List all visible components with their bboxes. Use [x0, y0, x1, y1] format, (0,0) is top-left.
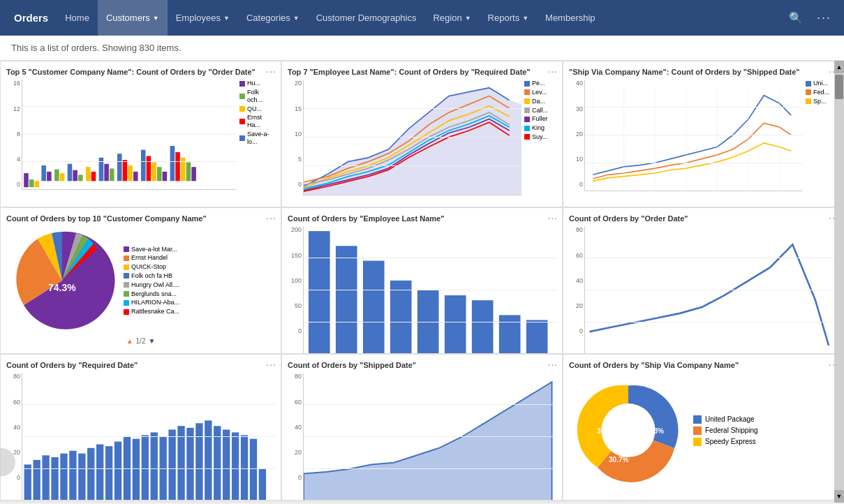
- nav-item-region[interactable]: Region ▼: [424, 0, 479, 36]
- svg-text:30%: 30%: [597, 427, 611, 435]
- svg-rect-56: [105, 446, 112, 501]
- svg-rect-48: [34, 460, 40, 501]
- svg-rect-64: [177, 427, 184, 501]
- svg-rect-51: [60, 454, 67, 501]
- chart5-menu[interactable]: ···: [547, 212, 558, 223]
- nav-item-membership[interactable]: Membership: [537, 0, 604, 36]
- svg-rect-65: [186, 428, 193, 501]
- chart1-menu[interactable]: ···: [266, 66, 276, 77]
- chart5-title: Count of Orders by "Employee Last Name": [288, 214, 556, 223]
- scroll-down-arrow[interactable]: ▼: [834, 490, 844, 503]
- chart4-pie-container: 74.3% Save-a-lot Mar... Ernst Handel QUI…: [6, 226, 275, 334]
- scrollbar[interactable]: ▲ ▼: [834, 61, 844, 503]
- chart5-area: [303, 226, 556, 354]
- chart2-title: Top 7 "Employee Last Name": Count of Ord…: [288, 67, 556, 77]
- nav-item-customers[interactable]: Customers ▼: [98, 0, 168, 36]
- svg-rect-24: [170, 146, 175, 181]
- svg-rect-21: [151, 163, 156, 181]
- svg-rect-43: [445, 295, 466, 354]
- svg-rect-19: [141, 150, 146, 181]
- chevron-down-icon: ▼: [223, 15, 230, 22]
- nav-item-home[interactable]: Home: [57, 0, 98, 36]
- chart4-page-indicator: ▲ 1/2 ▼: [6, 337, 275, 345]
- svg-rect-38: [309, 231, 330, 354]
- charts-grid: Top 5 "Customer Company Name": Count of …: [0, 61, 844, 503]
- chart-top10-customers-pie: Count of Orders by top 10 "Customer Comp…: [0, 207, 281, 354]
- svg-rect-13: [104, 164, 109, 181]
- svg-rect-44: [472, 300, 494, 354]
- scroll-up-arrow[interactable]: ▲: [834, 61, 844, 73]
- svg-rect-69: [223, 430, 230, 501]
- chart-orders-by-required: Count of Orders by "Required Date" ··· 0…: [0, 354, 281, 501]
- chart8-area: [303, 373, 556, 501]
- svg-rect-3: [41, 165, 46, 181]
- chart7-title: Count of Orders by "Required Date": [6, 360, 275, 370]
- scroll-thumb[interactable]: [835, 75, 843, 99]
- nav-item-employees[interactable]: Employees ▼: [168, 0, 238, 36]
- chart2-legend: Pe... Lev... Da... Call... Fuller King S…: [521, 80, 556, 188]
- chart4-menu[interactable]: ···: [266, 212, 276, 223]
- svg-text:30.7%: 30.7%: [609, 457, 629, 464]
- search-icon[interactable]: 🔍: [782, 11, 810, 24]
- svg-text:74.3%: 74.3%: [48, 282, 76, 293]
- chart6-area: [584, 226, 838, 354]
- chart-customer-orders-by-date: Top 5 "Customer Company Name": Count of …: [0, 61, 281, 207]
- svg-rect-20: [147, 156, 151, 181]
- chart1-title: Top 5 "Customer Company Name": Count of …: [6, 67, 275, 77]
- chart2-y-axis: 05101520: [288, 80, 303, 188]
- svg-rect-15: [117, 154, 122, 181]
- chart2-area: [303, 80, 521, 195]
- svg-rect-9: [78, 175, 83, 181]
- svg-rect-22: [157, 167, 162, 181]
- more-options-icon[interactable]: ···: [810, 10, 838, 25]
- chart8-y-axis: 020406080: [288, 373, 303, 481]
- chart2-menu[interactable]: ···: [547, 66, 558, 77]
- svg-rect-72: [250, 439, 257, 501]
- chart4-title: Count of Orders by top 10 "Customer Comp…: [6, 214, 275, 223]
- svg-rect-59: [133, 439, 140, 501]
- subheader: This is a list of orders. Showing 830 it…: [0, 36, 844, 61]
- chevron-down-icon: ▼: [465, 15, 471, 22]
- svg-rect-41: [390, 281, 412, 354]
- navbar: Orders Home Customers ▼ Employees ▼ Cate…: [0, 0, 844, 36]
- svg-rect-8: [73, 170, 77, 181]
- svg-rect-28: [191, 167, 196, 181]
- chart-orders-by-shipped: Count of Orders by "Shipped Date" ··· 02…: [281, 354, 563, 501]
- chevron-down-icon: ▼: [153, 15, 159, 22]
- chart6-y-axis: 020406080: [569, 226, 584, 334]
- nav-item-reports[interactable]: Reports ▼: [480, 0, 537, 36]
- svg-rect-0: [24, 173, 29, 187]
- chart7-area: [22, 373, 275, 501]
- svg-rect-25: [175, 152, 180, 181]
- chart-orders-by-employee: Count of Orders by "Employee Last Name" …: [281, 207, 563, 354]
- nav-brand[interactable]: Orders: [6, 12, 57, 24]
- chart5-y-axis: 050100150200: [288, 226, 303, 334]
- chart7-menu[interactable]: ···: [266, 359, 276, 370]
- chart3-area: [584, 80, 803, 191]
- chart1-y-axis: 0481216: [6, 80, 22, 188]
- svg-rect-6: [60, 173, 65, 181]
- svg-rect-50: [51, 457, 58, 501]
- svg-rect-17: [128, 165, 133, 181]
- svg-rect-23: [163, 172, 168, 181]
- svg-rect-57: [114, 442, 121, 501]
- chart-orders-by-shipvia-donut: Count of Orders by "Ship Via Company Nam…: [563, 354, 844, 501]
- chart9-legend: United Package Federal Shipping Speedy E…: [688, 415, 758, 446]
- svg-rect-11: [91, 172, 96, 181]
- svg-rect-4: [47, 172, 52, 181]
- chevron-down-icon: ▼: [522, 15, 528, 22]
- svg-rect-49: [42, 456, 49, 501]
- svg-rect-63: [168, 430, 175, 501]
- chart8-menu[interactable]: ···: [547, 359, 558, 370]
- chevron-down-icon: ▼: [293, 15, 299, 22]
- nav-item-customer-demographics[interactable]: Customer Demographics: [308, 0, 425, 36]
- nav-item-categories[interactable]: Categories ▼: [238, 0, 308, 36]
- chart4-legend: Save-a-lot Mar... Ernst Handel QUICK-Sto…: [118, 246, 275, 316]
- svg-rect-54: [87, 448, 94, 501]
- chart3-title: "Ship Via Company Name": Count of Orders…: [569, 67, 838, 77]
- svg-rect-73: [259, 469, 266, 501]
- svg-rect-46: [526, 320, 548, 354]
- chart8-title: Count of Orders by "Shipped Date": [288, 360, 556, 370]
- svg-rect-5: [54, 170, 59, 181]
- svg-rect-52: [69, 451, 76, 501]
